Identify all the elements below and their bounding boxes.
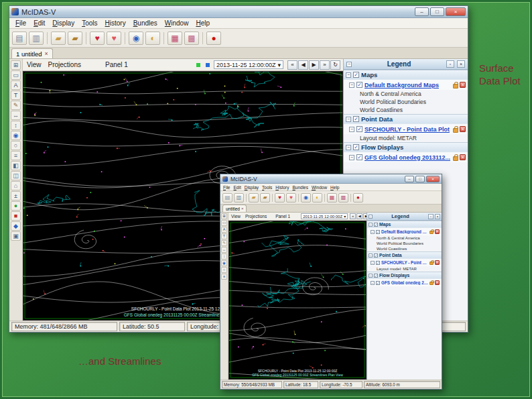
- legend-item-link[interactable]: SFCHOURLY - Point Data Plot: [364, 126, 451, 133]
- remove-display-icon[interactable]: ×: [435, 280, 440, 285]
- go-first-frame-button[interactable]: «: [350, 213, 356, 219]
- legend-item-link[interactable]: GFS Global onedeg 2013112...: [381, 280, 428, 285]
- visibility-checkbox-icon[interactable]: ✓: [374, 223, 378, 227]
- time-selector[interactable]: 2013-11-25 12:00:00Z ▾: [214, 60, 283, 69]
- main-legend-item[interactable]: −✓SFCHOURLY - Point Data Plot×: [344, 124, 468, 134]
- tab-close-icon[interactable]: ×: [241, 207, 244, 211]
- data-explorer-icon[interactable]: ◉: [301, 193, 311, 203]
- collapse-icon[interactable]: −: [346, 62, 352, 67]
- sec-menu-tools[interactable]: Tools: [261, 185, 273, 190]
- visibility-checkbox-icon[interactable]: ✓: [376, 281, 380, 285]
- projections-menu[interactable]: Projections: [47, 61, 82, 68]
- sec-legend-group[interactable]: −✓Point Data: [367, 251, 442, 259]
- stop-loads-icon[interactable]: ●: [353, 193, 363, 203]
- open-bundle-icon[interactable]: ▰: [249, 193, 259, 203]
- remove-display-icon[interactable]: ×: [460, 154, 466, 160]
- collapse-icon[interactable]: −: [369, 274, 373, 278]
- view-menu[interactable]: View: [230, 214, 242, 219]
- maximize-icon[interactable]: □: [415, 176, 425, 182]
- image-capture-icon[interactable]: ▦: [327, 193, 337, 203]
- collapse-icon[interactable]: −: [371, 261, 375, 265]
- remove-display-icon[interactable]: ×: [460, 126, 466, 132]
- new-tab-icon[interactable]: ▤: [222, 193, 232, 203]
- main-menu-tools[interactable]: Tools: [78, 19, 101, 27]
- main-menu-display[interactable]: Display: [49, 19, 78, 27]
- sec-menu-window[interactable]: Window: [310, 185, 328, 190]
- main-menu-edit[interactable]: Edit: [30, 19, 48, 27]
- legend-item-link[interactable]: SFCHOURLY - Point Data Plot: [381, 260, 428, 265]
- remove-display-icon[interactable]: ×: [435, 260, 440, 265]
- close-legend-icon[interactable]: ×: [435, 214, 440, 219]
- legend-item-link[interactable]: GFS Global onedeg 2013112...: [364, 154, 451, 161]
- sec-menu-bundles[interactable]: Bundles: [291, 185, 310, 190]
- main-legend-item[interactable]: −✓Default Background Maps×: [344, 80, 468, 90]
- pan-horizontal-icon[interactable]: ↔: [221, 247, 227, 253]
- remove-display-icon[interactable]: ×: [435, 229, 440, 234]
- collapse-icon[interactable]: −: [346, 72, 351, 78]
- circle-tool-icon[interactable]: ○: [221, 267, 227, 273]
- main-menu-file[interactable]: File: [12, 19, 29, 27]
- main-legend-group[interactable]: −✓Maps: [344, 70, 468, 80]
- close-icon[interactable]: ×: [446, 7, 466, 16]
- main-legend-group[interactable]: −✓Flow Displays: [344, 142, 468, 152]
- grid-tool-icon[interactable]: ◫: [11, 171, 21, 180]
- main-legend-group[interactable]: −✓Point Data: [344, 114, 468, 124]
- main-menu-history[interactable]: History: [102, 19, 129, 27]
- save-bundle-icon[interactable]: ▰: [260, 193, 270, 203]
- visibility-checkbox-icon[interactable]: ✓: [374, 274, 378, 278]
- sec-menu-history[interactable]: History: [274, 185, 290, 190]
- tab-untitled[interactable]: 1 untitled ×: [11, 48, 53, 58]
- main-legend-item[interactable]: −✓GFS Global onedeg 2013112...×: [344, 152, 468, 162]
- settings-panel-icon[interactable]: ▣: [11, 231, 21, 241]
- movie-capture-icon[interactable]: ▩: [184, 32, 199, 45]
- collapse-icon[interactable]: −: [349, 127, 354, 132]
- sec-menu-file[interactable]: File: [222, 185, 232, 190]
- text-annotation-icon[interactable]: A: [11, 80, 21, 90]
- favorites-icon[interactable]: ♥: [275, 193, 285, 203]
- visibility-checkbox-icon[interactable]: ✓: [356, 154, 362, 160]
- rubber-band-icon[interactable]: ▭: [11, 70, 21, 80]
- visibility-checkbox-icon[interactable]: ✓: [356, 126, 362, 132]
- globe-view-icon[interactable]: ◉: [11, 131, 21, 140]
- visibility-checkbox-icon[interactable]: ✓: [356, 82, 362, 88]
- visibility-checkbox-icon[interactable]: ✓: [376, 261, 380, 265]
- sec-menu-display[interactable]: Display: [243, 185, 260, 190]
- main-menu-bundles[interactable]: Bundles: [130, 19, 161, 27]
- screen-layout-icon[interactable]: ▥: [29, 32, 44, 45]
- sec-menu-help[interactable]: Help: [329, 185, 340, 190]
- collapse-icon[interactable]: −: [371, 281, 375, 285]
- screen-layout-icon[interactable]: ▥: [234, 193, 244, 203]
- globe-view-icon[interactable]: ◉: [221, 260, 227, 266]
- time-selector[interactable]: 2013-11-25 12:00:00Z ▾: [301, 213, 348, 219]
- data-explorer-icon[interactable]: ◉: [129, 32, 143, 45]
- circle-tool-icon[interactable]: ○: [11, 141, 21, 150]
- favorites-icon[interactable]: ♥: [90, 32, 105, 45]
- marker-green-icon[interactable]: ●: [11, 201, 21, 211]
- main-titlebar[interactable]: McIDAS-V – □ ×: [9, 6, 468, 18]
- sec-legend-group[interactable]: −✓Maps: [367, 221, 442, 228]
- home-view-icon[interactable]: ⌂: [11, 181, 21, 190]
- tab-untitled[interactable]: untitled ×: [222, 205, 247, 212]
- select-region-icon[interactable]: ⊞: [11, 60, 21, 70]
- image-capture-icon[interactable]: ▦: [168, 32, 182, 45]
- lock-icon[interactable]: [429, 231, 434, 234]
- collapse-icon[interactable]: −: [349, 82, 354, 88]
- minimize-icon[interactable]: –: [415, 7, 429, 16]
- maximize-icon[interactable]: □: [430, 7, 444, 16]
- lock-icon[interactable]: [453, 156, 458, 161]
- go-last-frame-button[interactable]: »: [320, 60, 330, 70]
- float-legend-icon[interactable]: ▫: [446, 60, 454, 68]
- main-menu-help[interactable]: Help: [192, 19, 213, 27]
- open-bundle-icon[interactable]: ▰: [51, 32, 66, 45]
- stop-loads-icon[interactable]: ●: [206, 32, 221, 45]
- pan-vertical-icon[interactable]: ↕: [221, 253, 227, 260]
- visibility-checkbox-icon[interactable]: ✓: [353, 72, 359, 78]
- new-tab-icon[interactable]: ▤: [12, 32, 27, 45]
- marker-blue-icon[interactable]: ◆: [11, 221, 21, 231]
- sec-titlebar[interactable]: McIDAS-V – □ ×: [220, 174, 442, 184]
- lock-icon[interactable]: [429, 282, 434, 285]
- select-region-icon[interactable]: ⊞: [221, 213, 227, 219]
- visibility-checkbox-icon[interactable]: ✓: [376, 230, 380, 234]
- help-tips-icon[interactable]: ◐: [145, 32, 160, 45]
- main-menu-window[interactable]: Window: [161, 19, 192, 27]
